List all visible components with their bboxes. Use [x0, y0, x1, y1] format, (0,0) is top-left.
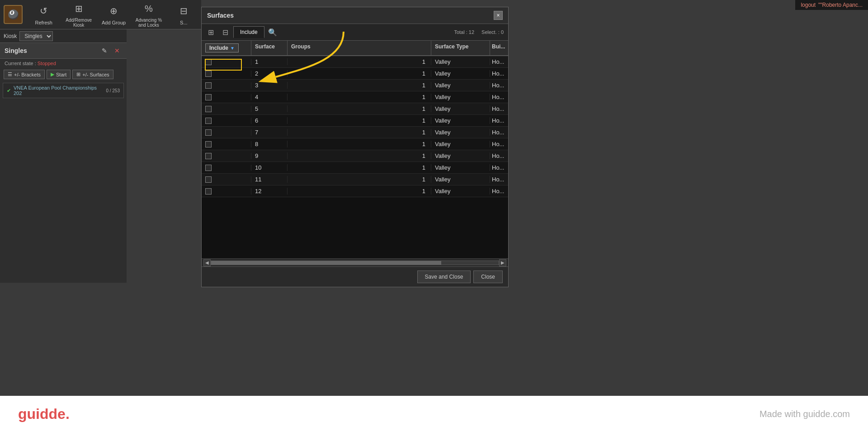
include-checkbox-1[interactable]	[205, 59, 212, 65]
guidde-tagline: Made with guidde.com	[760, 409, 850, 419]
include-checkbox-6[interactable]	[205, 118, 212, 124]
cell-include-3	[202, 82, 251, 89]
cell-include-1	[202, 59, 251, 65]
save-close-button[interactable]: Save and Close	[417, 271, 471, 283]
table-row: 8 1 Valley Ho...	[202, 138, 508, 150]
cell-include-6	[202, 118, 251, 124]
include-col-tab[interactable]: Include ▼	[205, 43, 239, 52]
brackets-button[interactable]: ☰ +/- Brackets	[4, 70, 45, 79]
cell-groups-7: 1	[288, 129, 431, 136]
cell-include-4	[202, 94, 251, 100]
cell-type-5: Valley	[431, 105, 490, 112]
brackets-icon: ☰	[8, 71, 12, 77]
include-checkbox-12[interactable]	[205, 188, 212, 195]
include-checkbox-8[interactable]	[205, 141, 212, 147]
cell-surface-11: 11	[251, 176, 288, 183]
app-logo: 🎱	[0, 0, 26, 29]
column-headers: Include ▼ Surface Groups Surface Type Bu…	[202, 41, 508, 56]
table-row: 9 1 Valley Ho...	[202, 150, 508, 162]
cell-surface-1: 1	[251, 58, 288, 65]
table-row: 10 1 Valley Ho...	[202, 162, 508, 174]
dialog-footer: Save and Close Close	[202, 266, 508, 287]
advancing-icon: %	[142, 1, 156, 16]
edit-icon[interactable]: ✎	[99, 46, 109, 56]
col-build-header: Bui...	[490, 41, 508, 55]
cell-include-8	[202, 141, 251, 147]
play-icon: ▶	[51, 71, 54, 77]
surfaces-button[interactable]: ⊟ S...	[166, 0, 201, 29]
guidde-bar: guidde. Made with guidde.com	[0, 396, 868, 432]
cell-groups-12: 1	[288, 188, 431, 195]
current-state-label: Current state :	[5, 61, 36, 66]
cell-groups-9: 1	[288, 152, 431, 159]
cell-build-5: Ho...	[490, 105, 508, 112]
refresh-button[interactable]: ↺ Refresh	[26, 0, 61, 29]
tab-list-icon[interactable]: ⊟	[219, 26, 231, 38]
kiosk-dropdown[interactable]: Singles	[19, 31, 53, 41]
cell-surface-5: 5	[251, 105, 288, 112]
brackets-label: +/- Brackets	[14, 72, 41, 77]
logout-link[interactable]: logout	[801, 2, 816, 8]
dialog-close-button[interactable]: ×	[494, 11, 503, 20]
cell-include-5	[202, 106, 251, 112]
cell-surface-3: 3	[251, 82, 288, 89]
scroll-thumb[interactable]	[211, 261, 441, 265]
close-button[interactable]: Close	[473, 271, 503, 283]
table-row: 12 1 Valley Ho...	[202, 185, 508, 197]
logo-box: 🎱	[4, 5, 23, 24]
include-checkbox-5[interactable]	[205, 106, 212, 112]
table-row: 1 1 Valley Ho...	[202, 56, 508, 68]
col-groups-header: Groups	[288, 41, 431, 55]
scroll-left-arrow[interactable]: ◀	[203, 259, 211, 266]
cell-surface-2: 2	[251, 70, 288, 77]
table-row: 3 1 Valley Ho...	[202, 80, 508, 91]
search-icon[interactable]: 🔍	[266, 26, 279, 38]
table-row: 7 1 Valley Ho...	[202, 127, 508, 138]
tournament-item[interactable]: ✔ VNEA European Pool Championships 202 0…	[3, 83, 124, 98]
cell-groups-11: 1	[288, 176, 431, 183]
cell-surface-6: 6	[251, 117, 288, 124]
surfaces-label: S...	[180, 20, 188, 25]
include-checkbox-10[interactable]	[205, 165, 212, 171]
cell-groups-1: 1	[288, 58, 431, 65]
cell-type-4: Valley	[431, 94, 490, 100]
cell-include-9	[202, 153, 251, 159]
horizontal-scrollbar[interactable]: ◀ ▶	[202, 258, 508, 266]
user-info: logout ""Roberto Apanc...	[795, 0, 868, 10]
cell-surface-10: 10	[251, 164, 288, 171]
include-checkbox-11[interactable]	[205, 176, 212, 183]
surfaces-action-button[interactable]: ⊞ +/- Surfaces	[72, 70, 113, 79]
tournament-count: 0 / 253	[106, 88, 120, 93]
cell-build-3: Ho...	[490, 82, 508, 89]
cell-surface-12: 12	[251, 188, 288, 195]
cell-type-11: Valley	[431, 176, 490, 183]
include-checkbox-7[interactable]	[205, 129, 212, 136]
start-button[interactable]: ▶ Start	[47, 70, 71, 79]
include-checkbox-9[interactable]	[205, 153, 212, 159]
add-group-button[interactable]: ⊕ Add Group	[96, 0, 131, 29]
table-row: 2 1 Valley Ho...	[202, 68, 508, 80]
table-area: 1 1 Valley Ho... 2 1 Valley Ho... 3 1 Va…	[202, 56, 508, 258]
total-count: Total : 12	[454, 29, 474, 35]
cell-groups-3: 1	[288, 82, 431, 89]
delete-icon[interactable]: ✕	[112, 46, 122, 56]
include-checkbox-2[interactable]	[205, 71, 212, 77]
table-row: 6 1 Valley Ho...	[202, 115, 508, 127]
scroll-track[interactable]	[211, 261, 499, 265]
cell-include-2	[202, 71, 251, 77]
stats-row: Total : 12 Select. : 0	[454, 29, 505, 35]
cell-type-2: Valley	[431, 70, 490, 77]
add-remove-kiosk-button[interactable]: ⊞ Add/Remove Kiosk	[61, 0, 96, 29]
include-checkbox-3[interactable]	[205, 82, 212, 89]
col-surface-header: Surface	[251, 41, 288, 55]
cell-groups-2: 1	[288, 70, 431, 77]
include-col-label: Include	[209, 45, 228, 51]
cell-build-2: Ho...	[490, 70, 508, 77]
include-checkbox-4[interactable]	[205, 94, 212, 100]
scroll-right-arrow[interactable]: ▶	[499, 259, 506, 266]
include-dropdown-icon: ▼	[230, 46, 235, 51]
tab-grid-icon[interactable]: ⊞	[204, 26, 217, 38]
tab-include[interactable]: Include	[233, 26, 264, 38]
cell-include-12	[202, 188, 251, 195]
advancing-locks-button[interactable]: % Advancing % and Locks	[131, 0, 166, 29]
